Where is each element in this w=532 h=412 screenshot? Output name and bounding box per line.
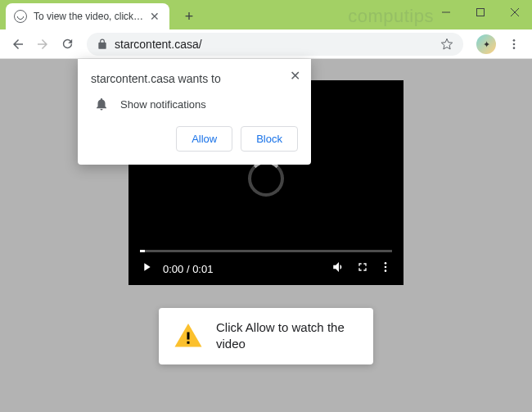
back-button[interactable]	[7, 33, 29, 56]
lock-icon	[97, 38, 108, 50]
browser-toolbar: starcontent.casa/	[0, 29, 532, 59]
warning-icon	[174, 321, 203, 351]
video-controls: 0:00 / 0:01	[128, 252, 404, 285]
globe-icon	[14, 10, 27, 23]
permission-row: Show notifications	[91, 97, 298, 111]
video-time-display: 0:00 / 0:01	[163, 263, 322, 275]
close-window-button[interactable]	[498, 0, 532, 25]
page-content: ✕ starcontent.casa wants to Show notific…	[0, 59, 532, 412]
svg-point-9	[385, 269, 387, 272]
play-button[interactable]	[140, 260, 153, 277]
new-tab-button[interactable]: +	[178, 5, 201, 28]
block-button[interactable]: Block	[241, 126, 298, 152]
watermark-text: computips	[348, 6, 434, 27]
forward-button[interactable]	[31, 33, 54, 56]
browser-tab[interactable]: To view the video, click the Allow ✕	[6, 3, 169, 29]
svg-point-4	[513, 39, 516, 42]
scam-message-text: Click Allow to watch the video	[216, 319, 358, 353]
svg-point-7	[385, 262, 387, 265]
url-text: starcontent.casa/	[115, 38, 440, 51]
bell-icon	[94, 97, 109, 111]
window-controls	[429, 0, 532, 25]
svg-point-8	[385, 266, 387, 269]
svg-point-6	[513, 47, 516, 49]
profile-avatar[interactable]	[476, 34, 496, 54]
minimize-button[interactable]	[429, 0, 463, 25]
video-menu-icon[interactable]	[379, 260, 392, 277]
maximize-button[interactable]	[463, 0, 498, 25]
scam-message-box: Click Allow to watch the video	[159, 308, 373, 364]
svg-rect-11	[187, 342, 190, 344]
permission-buttons: Allow Block	[91, 126, 298, 152]
tab-title: To view the video, click the Allow	[34, 11, 145, 22]
notification-permission-dialog: ✕ starcontent.casa wants to Show notific…	[78, 59, 311, 165]
close-tab-icon[interactable]: ✕	[148, 10, 161, 23]
fullscreen-icon[interactable]	[356, 260, 369, 277]
titlebar: To view the video, click the Allow ✕ + c…	[0, 0, 532, 29]
reload-button[interactable]	[56, 33, 79, 56]
address-bar[interactable]: starcontent.casa/	[87, 33, 463, 56]
browser-menu-button[interactable]	[503, 33, 525, 56]
volume-icon[interactable]	[331, 260, 346, 278]
bookmark-star-icon[interactable]	[440, 38, 453, 51]
svg-point-5	[513, 43, 516, 45]
close-icon[interactable]: ✕	[286, 67, 303, 84]
permission-origin: starcontent.casa wants to	[91, 72, 298, 85]
allow-button[interactable]: Allow	[176, 126, 232, 152]
svg-rect-10	[187, 333, 190, 340]
svg-rect-1	[477, 9, 485, 16]
permission-label: Show notifications	[120, 98, 206, 111]
loading-spinner-icon	[248, 161, 284, 197]
